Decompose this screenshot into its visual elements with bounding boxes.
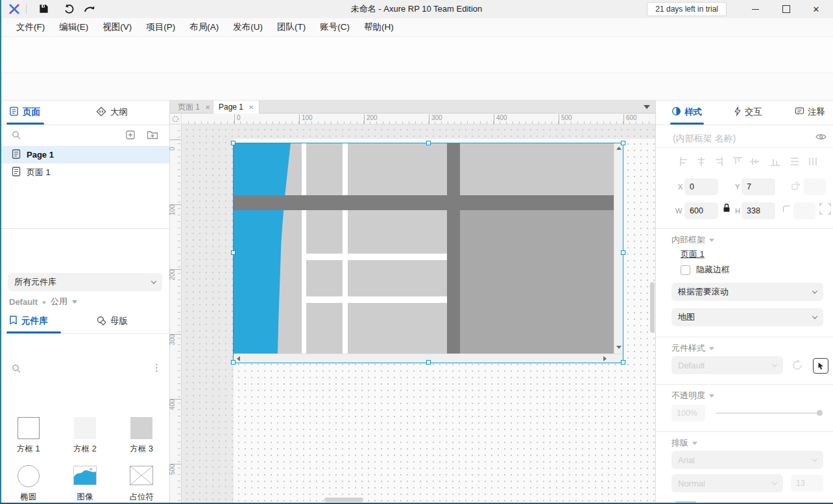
selection-handle-s[interactable] <box>426 360 431 365</box>
doc-tab-active[interactable]: Page 1 ✕ <box>213 101 260 114</box>
widget-box3[interactable]: 方框 3 <box>114 407 170 455</box>
opacity-slider <box>716 413 821 414</box>
menu-view[interactable]: 视图(V) <box>95 21 139 33</box>
library-group-name: Default <box>9 297 38 307</box>
library-filter-dropdown[interactable]: 所有元件库 <box>8 273 162 291</box>
ruler-label: 600 <box>623 114 637 124</box>
undo-button[interactable] <box>63 3 75 17</box>
eye-icon[interactable] <box>815 133 827 143</box>
doc-tab-inactive[interactable]: 页面 1 ✕ <box>173 101 215 114</box>
scroll-right-icon[interactable] <box>603 356 607 361</box>
scroll-mode-dropdown[interactable]: 根据需要滚动 <box>671 283 823 301</box>
widget-box1[interactable]: 方框 1 <box>0 407 56 455</box>
corner-radius-field <box>793 202 815 219</box>
save-button[interactable] <box>38 3 49 16</box>
selection-handle-nw[interactable] <box>231 141 235 145</box>
canvas-vertical-scrollbar[interactable] <box>650 282 655 333</box>
frame-target-page-link[interactable]: 页面 1 <box>681 248 705 260</box>
add-page-button[interactable] <box>125 130 136 142</box>
lock-ratio-icon[interactable] <box>723 203 730 215</box>
ruler-origin-icon[interactable] <box>170 114 182 125</box>
menu-arrange[interactable]: 布局(A) <box>182 21 226 33</box>
widget-style-section-header[interactable]: 元件样式 <box>671 342 714 354</box>
close-tab-icon[interactable]: ✕ <box>205 104 210 111</box>
widget-box2[interactable]: 方框 2 <box>56 407 113 455</box>
x-field[interactable]: 0 <box>684 178 718 195</box>
menu-file[interactable]: 文件(F) <box>9 21 52 33</box>
scroll-up-icon[interactable] <box>616 147 622 150</box>
opacity-section-header[interactable]: 不透明度 <box>671 390 714 402</box>
menu-publish[interactable]: 发布(U) <box>226 21 270 33</box>
maximize-button[interactable] <box>773 0 799 18</box>
menu-team[interactable]: 团队(T) <box>270 21 313 33</box>
ruler-label: 500 <box>170 464 181 474</box>
tab-masters[interactable]: 母版 <box>96 309 128 333</box>
h-field[interactable]: 338 <box>742 202 775 219</box>
rotation-field <box>804 178 826 195</box>
menu-edit[interactable]: 编辑(E) <box>52 21 95 33</box>
canvas-viewport[interactable] <box>182 125 655 504</box>
frame-vertical-scrollbar[interactable] <box>614 143 623 354</box>
close-tab-icon[interactable]: ✕ <box>248 104 254 111</box>
widget-image[interactable]: 图像 <box>56 455 113 503</box>
tab-interactions[interactable]: 交互 <box>734 101 762 124</box>
scroll-down-icon[interactable] <box>616 346 622 349</box>
trial-badge[interactable]: 21 days left in trial <box>647 2 727 16</box>
inline-frame-widget[interactable] <box>234 143 623 363</box>
menu-project[interactable]: 项目(P) <box>139 21 182 33</box>
font-family-value: Arial <box>678 455 695 465</box>
selection-handle-n[interactable] <box>426 141 431 145</box>
ruler-label: 0 <box>170 139 181 149</box>
add-folder-button[interactable] <box>147 130 158 142</box>
widget-name-input[interactable] <box>671 130 813 147</box>
tab-outline[interactable]: 大纲 <box>96 101 128 124</box>
comment-icon <box>795 107 804 118</box>
tab-style[interactable]: 样式 <box>671 101 702 124</box>
widget-ellipse[interactable]: 椭圆 <box>0 455 56 503</box>
library-scope-name: 公用 <box>51 296 67 307</box>
inspector-panel: 样式 交互 注释 <box>655 101 833 504</box>
typography-section-header[interactable]: 排版 <box>671 437 697 449</box>
minimize-button[interactable] <box>742 0 768 18</box>
image-icon <box>73 466 97 487</box>
checkbox-icon[interactable] <box>681 265 690 275</box>
ruler-label: 300 <box>429 114 442 124</box>
y-field[interactable]: 7 <box>742 178 775 195</box>
selection-handle-e[interactable] <box>621 250 625 255</box>
kebab-menu-icon[interactable]: ⋮ <box>152 362 162 374</box>
hide-border-option[interactable]: 隐藏边框 <box>681 264 730 276</box>
selection-handle-ne[interactable] <box>621 141 625 145</box>
frame-content-dropdown[interactable]: 地图 <box>671 308 823 326</box>
hide-border-label: 隐藏边框 <box>696 264 730 276</box>
widget-label: 方框 1 <box>17 444 40 453</box>
library-group-header[interactable]: Default ● 公用 <box>9 295 77 308</box>
search-icon[interactable] <box>12 130 21 142</box>
tab-notes[interactable]: 注释 <box>795 101 825 124</box>
menu-help[interactable]: 帮助(H) <box>357 21 401 33</box>
search-icon[interactable] <box>12 364 21 376</box>
redo-button[interactable] <box>83 4 96 16</box>
selection-handle-w[interactable] <box>231 250 235 255</box>
widgets-search-row: ⋮ <box>0 359 169 379</box>
y-label: Y <box>735 183 740 191</box>
page-list-item[interactable]: Page 1 <box>0 146 169 163</box>
align-middle-icon <box>749 156 760 169</box>
widget-label: 方框 2 <box>73 444 96 453</box>
scroll-left-icon[interactable] <box>237 356 240 361</box>
close-button[interactable]: ✕ <box>803 0 829 18</box>
w-field[interactable]: 600 <box>684 202 718 219</box>
page-list-item[interactable]: 页面 1 <box>0 163 169 181</box>
widget-placeholder[interactable]: 占位符 <box>114 455 170 503</box>
selection-handle-sw[interactable] <box>231 360 235 365</box>
ruler-label: 400 <box>170 399 181 409</box>
tab-pages[interactable]: 页面 <box>9 101 40 124</box>
style-picker-button[interactable] <box>813 358 828 374</box>
selection-handle-se[interactable] <box>621 360 625 365</box>
tab-widget-libraries[interactable]: 元件库 <box>9 309 48 333</box>
frame-section-header[interactable]: 内部框架 <box>671 234 714 246</box>
menu-account[interactable]: 账号(C) <box>313 21 357 33</box>
tab-pages-label: 页面 <box>23 106 40 118</box>
tab-list-dropdown-icon[interactable] <box>644 105 650 109</box>
opacity-slider-knob <box>817 410 823 416</box>
canvas-horizontal-scrollbar[interactable] <box>324 498 363 502</box>
